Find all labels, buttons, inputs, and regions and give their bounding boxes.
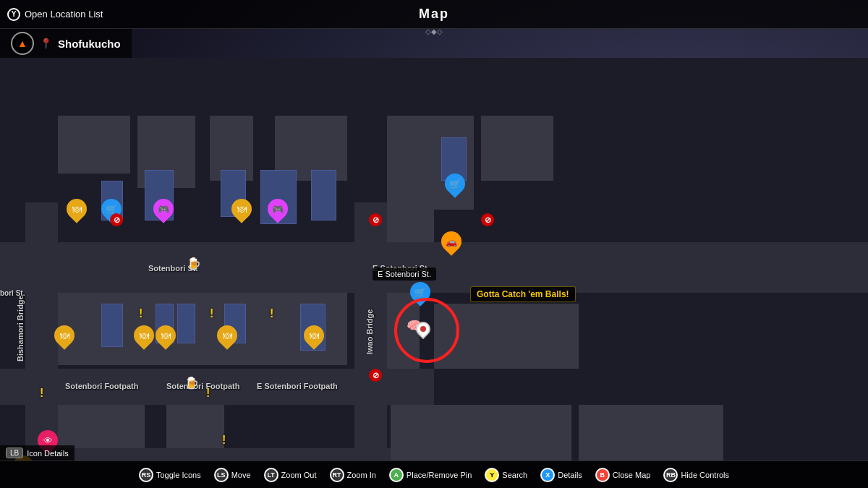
zoom-out-label: Zoom Out — [281, 471, 317, 479]
food-icon-7-inner: 🍽 — [310, 330, 319, 341]
block-low-3 — [391, 405, 571, 461]
open-location-button[interactable]: Y Open Location List — [7, 8, 103, 21]
player-marker-dot — [420, 326, 426, 332]
food-icon-3-inner: 🍽 — [60, 330, 69, 341]
block-mid-3 — [434, 304, 579, 369]
control-zoom-in: RT Zoom In — [330, 468, 376, 482]
location-pin-icon: 📍 — [40, 38, 52, 49]
food-icon-6-inner: 🍽 — [223, 330, 232, 341]
rb-button: RB — [663, 468, 678, 482]
exclaim-4: ! — [40, 387, 43, 400]
game-icon-2-inner: 🎮 — [272, 204, 284, 215]
shop-icon-2-inner: 🛒 — [449, 179, 461, 189]
compass: ▲ — [11, 32, 34, 55]
block-low-2 — [166, 405, 224, 448]
lb-button[interactable]: LB — [6, 448, 23, 458]
shop-icon-3-inner: 🛒 — [414, 287, 426, 298]
control-move: LS Move — [214, 468, 251, 482]
label-iwao: Iwao Bridge — [365, 296, 374, 354]
block-low-1 — [58, 405, 145, 448]
car-icon-1-inner: 🚗 — [446, 236, 457, 247]
exclaim-5: ! — [206, 387, 210, 400]
control-zoom-out: LT Zoom Out — [264, 468, 317, 482]
game-icon-1-inner: 🎮 — [158, 204, 169, 215]
food-icon-4-inner: 🍽 — [140, 330, 149, 341]
a-button: A — [389, 468, 404, 482]
building-7 — [101, 304, 123, 347]
eye-icon-1-inner: 👁 — [43, 435, 53, 446]
label-bori-st: bori St. — [0, 289, 25, 297]
y-button-circle: Y — [7, 8, 20, 21]
building-9 — [177, 304, 195, 343]
open-location-label: Open Location List — [25, 9, 103, 20]
food-icon-1-inner: 🍽 — [72, 204, 82, 215]
exclaim-6: ! — [222, 434, 226, 447]
control-details: X Details — [540, 468, 582, 482]
exclaim-2: ! — [210, 307, 213, 320]
beer-icon-2: 🍺 — [184, 376, 199, 390]
exclaim-3: ! — [270, 307, 273, 320]
block-low-4 — [579, 405, 723, 461]
control-toggle-icons: RS Toggle Icons — [139, 468, 201, 482]
label-e-footpath: E Sotenbori Footpath — [257, 382, 338, 390]
label-footpath-2: Sotenbori Footpath — [166, 382, 239, 390]
block-7 — [387, 166, 434, 242]
block-6 — [481, 116, 553, 181]
rt-button: RT — [330, 468, 344, 482]
search-label: Search — [502, 471, 527, 479]
map-title: Map — [419, 7, 449, 22]
no-entry-3: ⊘ — [369, 369, 382, 382]
no-entry-2: ⊘ — [369, 213, 382, 226]
compass-arrow: ▲ — [17, 38, 27, 49]
rs-button: RS — [139, 468, 153, 482]
place-pin-label: Place/Remove Pin — [407, 471, 472, 479]
block-1 — [58, 116, 130, 174]
control-hide-controls: RB Hide Controls — [663, 468, 729, 482]
label-footpath-1: Sotenbori Footpath — [65, 382, 138, 390]
controls-bar: RS Toggle Icons LS Move LT Zoom Out RT Z… — [0, 461, 868, 488]
details-label: Details — [558, 471, 582, 479]
building-5 — [311, 170, 336, 221]
toggle-icons-label: Toggle Icons — [156, 471, 201, 479]
lt-button: LT — [264, 468, 278, 482]
move-label: Move — [231, 471, 251, 479]
map-area[interactable]: Sotenbori St. E Sotenbori St. Bishamori … — [0, 58, 868, 461]
icon-details-label: Icon Details — [27, 449, 68, 458]
e-sotenbori-label: E Sotenbori St. — [373, 267, 436, 281]
control-close-map[interactable]: B Close Map — [595, 468, 651, 482]
food-icon-2-inner: 🍽 — [237, 204, 247, 215]
x-button: X — [540, 468, 555, 482]
zoom-in-label: Zoom In — [347, 471, 376, 479]
control-place-pin: A Place/Remove Pin — [389, 468, 472, 482]
control-search[interactable]: Y Search — [485, 468, 527, 482]
no-entry-5: ⊘ — [481, 213, 494, 226]
hide-controls-label: Hide Controls — [681, 471, 729, 479]
beer-icon-1: 🍺 — [187, 257, 201, 270]
exclaim-1: ! — [139, 307, 142, 320]
no-entry-1: ⊘ — [110, 213, 123, 226]
y-button[interactable]: Y — [485, 468, 499, 482]
header-bar: Y Open Location List Map — [0, 0, 868, 29]
player-marker-body — [413, 319, 433, 339]
label-bishamori: Bishamori Bridge — [16, 304, 25, 361]
location-name: Shofukucho — [58, 38, 121, 50]
street-bishamori — [25, 202, 58, 461]
ls-button: LS — [214, 468, 229, 482]
close-map-label: Close Map — [613, 471, 651, 479]
player-marker — [416, 322, 430, 336]
b-button[interactable]: B — [595, 468, 610, 482]
quest-label: Gotta Catch 'em Balls! — [470, 286, 576, 302]
food-icon-5-inner: 🍽 — [161, 330, 171, 341]
icon-details-bar[interactable]: LB Icon Details — [0, 445, 75, 461]
location-bar: ▲ 📍 Shofukucho — [0, 29, 132, 58]
